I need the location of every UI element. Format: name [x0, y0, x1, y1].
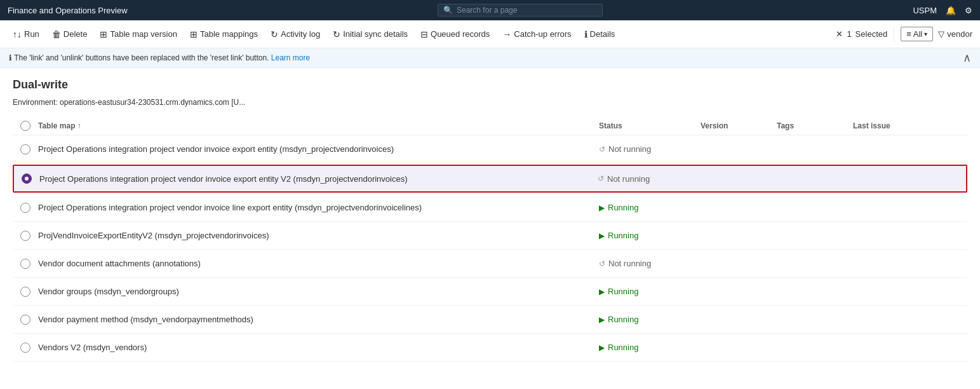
row-status-1: ↺ Not running: [598, 174, 699, 184]
catch-up-errors-icon: →: [502, 29, 511, 39]
row-name-2: Project Operations integration project v…: [38, 203, 599, 212]
info-icon: ℹ: [9, 53, 12, 62]
table-header: Table map ↑ Status Version Tags Last iss…: [13, 117, 967, 135]
filter-all-dropdown[interactable]: ≡ All ▾: [901, 27, 933, 41]
selected-badge: ✕ 1 Selected: [836, 29, 887, 39]
selected-count: 1: [847, 29, 851, 39]
header-tags-label: Tags: [777, 121, 794, 130]
header-tablemap[interactable]: Table map ↑: [38, 121, 599, 130]
table-mappings-icon: ⊞: [190, 29, 198, 39]
activity-log-label: Activity log: [281, 29, 320, 39]
row-name-6: Vendor payment method (msdyn_vendorpayme…: [38, 315, 599, 324]
row-check-1[interactable]: [14, 174, 39, 184]
filter-all-label: All: [913, 29, 922, 39]
table-row[interactable]: ProjVendInvoiceExportEntityV2 (msdyn_pro…: [13, 222, 967, 250]
row-radio-1[interactable]: [22, 174, 32, 184]
table-row[interactable]: Vendor payment method (msdyn_vendorpayme…: [13, 306, 967, 334]
queued-records-icon: ⊟: [420, 29, 428, 39]
queued-records-button[interactable]: ⊟ Queued records: [415, 27, 495, 42]
header-status-label: Status: [599, 121, 622, 130]
table-map-version-label: Table map version: [110, 29, 177, 39]
row-name-1: Project Operations integration project v…: [39, 174, 598, 184]
row-radio-2[interactable]: [20, 203, 30, 213]
select-all-radio[interactable]: [20, 121, 30, 131]
details-icon: ℹ: [584, 29, 587, 39]
row-check-2[interactable]: [13, 203, 38, 213]
filter-vendor: ▽ vendor: [938, 29, 972, 39]
header-tablemap-label: Table map ↑: [38, 121, 81, 130]
env-label-text: Environment:: [13, 98, 58, 107]
table-row[interactable]: Project Operations integration project v…: [13, 165, 967, 193]
row-check-5[interactable]: [13, 287, 38, 297]
activity-log-icon: ↻: [271, 29, 278, 39]
row-check-6[interactable]: [13, 315, 38, 325]
header-version: Version: [701, 121, 777, 130]
header-lastissue: Last issue: [853, 121, 967, 130]
table-row[interactable]: Vendors V2 (msdyn_vendors) ▶ Running: [13, 334, 967, 362]
info-bar-content: ℹ The 'link' and 'unlink' buttons have b…: [9, 53, 310, 62]
table-map-version-icon: ⊞: [100, 29, 107, 39]
delete-label: Delete: [64, 29, 88, 39]
activity-log-button[interactable]: ↻ Activity log: [265, 27, 325, 42]
row-radio-7[interactable]: [20, 343, 30, 353]
collapse-info-button[interactable]: ∧: [963, 52, 971, 64]
row-radio-3[interactable]: [20, 231, 30, 241]
row-radio-5[interactable]: [20, 287, 30, 297]
search-placeholder: Search for a page: [457, 6, 517, 15]
details-label: Details: [590, 29, 615, 39]
cmd-right: ✕ 1 Selected ≡ All ▾ ▽ vendor: [836, 27, 972, 42]
catch-up-errors-button[interactable]: → Catch-up errors: [497, 27, 576, 42]
filter-lines-icon: ≡: [906, 29, 911, 39]
clear-selection-button[interactable]: ✕: [836, 29, 843, 39]
table-row[interactable]: Vendor document attachments (annotations…: [13, 250, 967, 278]
learn-more-link[interactable]: Learn more: [271, 53, 310, 62]
row-radio-6[interactable]: [20, 315, 30, 325]
row-check-4[interactable]: [13, 259, 38, 269]
details-button[interactable]: ℹ Details: [579, 27, 621, 42]
command-bar: ↑↓ Run 🗑 Delete ⊞ Table map version ⊞ Ta…: [0, 20, 980, 48]
table-mappings-button[interactable]: ⊞ Table mappings: [185, 27, 263, 42]
info-bar: ℹ The 'link' and 'unlink' buttons have b…: [0, 48, 980, 68]
row-check-3[interactable]: [13, 231, 38, 241]
top-nav: Finance and Operations Preview 🔍 Search …: [0, 0, 980, 20]
row-check-7[interactable]: [13, 343, 38, 353]
table-row[interactable]: Project Operations integration project v…: [13, 194, 967, 222]
row-radio-4[interactable]: [20, 259, 30, 269]
notification-icon[interactable]: 🔔: [946, 6, 956, 15]
search-area: 🔍 Search for a page: [438, 4, 603, 17]
row-status-6: ▶ Running: [599, 315, 701, 324]
table-row[interactable]: Vendor groups (msdyn_vendorgroups) ▶ Run…: [13, 278, 967, 306]
row-status-0: ↺ Not running: [599, 144, 701, 154]
chevron-down-icon: ▾: [924, 31, 927, 38]
row-check-0[interactable]: [13, 144, 38, 154]
selected-label: Selected: [856, 29, 888, 39]
environment-label: Environment: operations-eastusur34-23053…: [13, 98, 967, 107]
table-map-version-button[interactable]: ⊞ Table map version: [95, 27, 182, 42]
top-nav-right: USPM 🔔 ⚙: [913, 6, 972, 15]
header-tags: Tags: [777, 121, 853, 130]
user-label: USPM: [913, 6, 937, 15]
header-check: [13, 121, 38, 131]
row-status-2: ▶ Running: [599, 203, 701, 212]
run-icon: ↑↓: [13, 29, 22, 39]
search-box[interactable]: 🔍 Search for a page: [438, 4, 603, 17]
run-label: Run: [24, 29, 39, 39]
initial-sync-label: Initial sync details: [343, 29, 408, 39]
initial-sync-button[interactable]: ↻ Initial sync details: [328, 27, 413, 42]
separator: [894, 27, 894, 42]
info-message: The 'link' and 'unlink' buttons have bee…: [14, 53, 269, 62]
table-row[interactable]: Project Operations integration project v…: [13, 135, 967, 163]
run-button[interactable]: ↑↓ Run: [8, 27, 44, 42]
page-content: Dual-write Environment: operations-eastu…: [0, 68, 980, 362]
row-status-7: ▶ Running: [599, 343, 701, 352]
header-version-label: Version: [701, 121, 728, 130]
app-title: Finance and Operations Preview: [8, 6, 128, 15]
row-status-3: ▶ Running: [599, 231, 701, 240]
header-lastissue-label: Last issue: [853, 121, 890, 130]
delete-button[interactable]: 🗑 Delete: [47, 27, 93, 42]
row-status-4: ↺ Not running: [599, 259, 701, 268]
row-radio-0[interactable]: [20, 144, 30, 154]
header-status: Status: [599, 121, 701, 130]
queued-records-label: Queued records: [431, 29, 490, 39]
settings-icon[interactable]: ⚙: [965, 6, 972, 15]
